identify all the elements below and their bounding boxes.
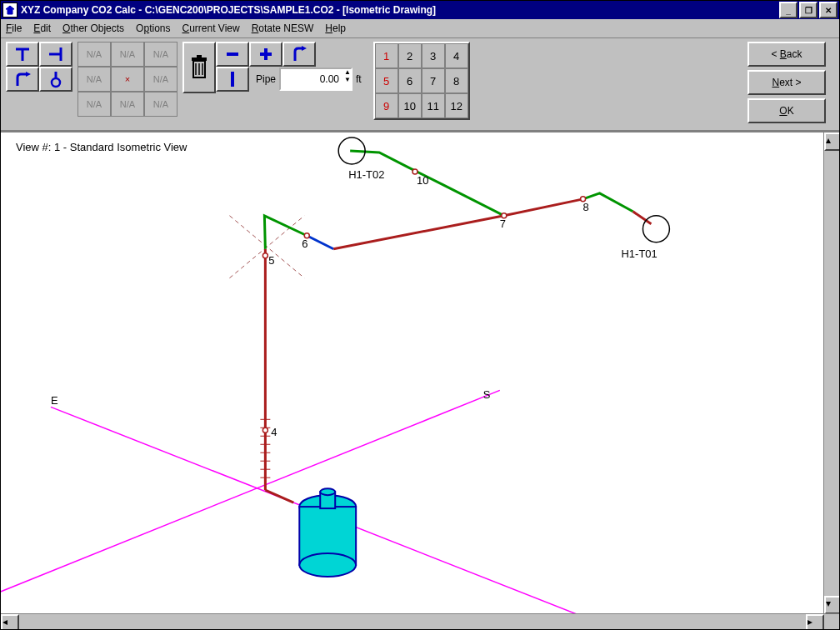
bend-button[interactable] bbox=[282, 42, 316, 67]
view-4[interactable]: 4 bbox=[445, 43, 468, 68]
app-icon bbox=[2, 2, 18, 18]
add-segment-button[interactable] bbox=[249, 42, 282, 67]
na-center-cell: × bbox=[111, 67, 144, 92]
fitting-buttons bbox=[6, 42, 72, 92]
scroll-up-button[interactable]: ▴ bbox=[824, 132, 839, 151]
view-1[interactable]: 1 bbox=[375, 43, 398, 68]
na-cell: N/A bbox=[144, 42, 178, 67]
node-10-label: 10 bbox=[417, 174, 428, 187]
na-cell: N/A bbox=[78, 67, 111, 92]
node-7-label: 7 bbox=[500, 218, 506, 230]
menu-help[interactable]: Help bbox=[325, 22, 346, 34]
vertical-scrollbar[interactable]: ▴ ▾ bbox=[823, 132, 839, 614]
scroll-left-button[interactable]: ◂ bbox=[1, 614, 19, 629]
view-5[interactable]: 5 bbox=[375, 68, 398, 93]
horizontal-scrollbar[interactable]: ◂ ▸ bbox=[1, 613, 839, 629]
node-button[interactable] bbox=[39, 67, 72, 92]
tee-left-button[interactable] bbox=[39, 42, 72, 67]
view-3[interactable]: 3 bbox=[422, 43, 445, 68]
svg-rect-5 bbox=[197, 55, 202, 58]
bend-icon bbox=[289, 44, 309, 64]
tank-icon bbox=[299, 488, 356, 577]
view-2[interactable]: 2 bbox=[398, 43, 422, 68]
pipe-unit: ft bbox=[356, 73, 362, 85]
svg-point-32 bbox=[299, 553, 356, 577]
edit-buttons: Pipe ▲▼ ft bbox=[182, 42, 365, 93]
svg-rect-6 bbox=[227, 52, 238, 56]
na-grid: N/A N/A N/A N/A × N/A N/A N/A N/A bbox=[78, 42, 178, 117]
node-6-label: 6 bbox=[302, 238, 308, 250]
close-button[interactable]: ✕ bbox=[819, 2, 838, 18]
axis-s-label: S bbox=[483, 388, 491, 401]
menu-current-view[interactable]: Current View bbox=[182, 22, 240, 34]
svg-point-24 bbox=[262, 428, 268, 432]
node-4-label: 4 bbox=[271, 426, 277, 438]
pipe-network bbox=[260, 151, 651, 502]
view-10[interactable]: 10 bbox=[398, 93, 422, 118]
pipe-icon bbox=[222, 69, 242, 89]
maximize-button[interactable]: ❐ bbox=[799, 2, 818, 18]
view-6[interactable]: 6 bbox=[398, 68, 422, 93]
toolbar: N/A N/A N/A N/A × N/A N/A N/A N/A bbox=[1, 38, 839, 132]
menu-edit[interactable]: Edit bbox=[33, 22, 51, 34]
svg-rect-4 bbox=[192, 58, 207, 61]
pipe-label: Pipe bbox=[256, 73, 276, 85]
nav-buttons: < Back Next > OK bbox=[748, 42, 826, 127]
svg-marker-0 bbox=[6, 6, 14, 14]
node-8-label: 8 bbox=[583, 201, 589, 213]
minimize-button[interactable]: _ bbox=[779, 2, 798, 18]
scroll-right-button[interactable]: ▸ bbox=[806, 614, 824, 629]
terminal-t01 bbox=[642, 216, 669, 242]
drawing-area[interactable]: View #: 1 - Standard Isometric View E S bbox=[1, 132, 839, 629]
view-8[interactable]: 8 bbox=[445, 68, 468, 93]
menu-file[interactable]: File bbox=[6, 22, 22, 34]
t01-label: H1-T01 bbox=[622, 248, 658, 260]
elbow-button[interactable] bbox=[6, 67, 39, 92]
tee-down-button[interactable] bbox=[6, 42, 39, 67]
svg-point-2 bbox=[52, 78, 60, 87]
ok-button[interactable]: OK bbox=[748, 98, 826, 123]
svg-marker-9 bbox=[302, 46, 307, 51]
menu-rotate[interactable]: Rotate NESW bbox=[252, 22, 314, 34]
elbow-icon bbox=[12, 69, 32, 89]
scroll-down-button[interactable]: ▾ bbox=[824, 596, 839, 614]
trash-icon bbox=[189, 52, 209, 82]
view-9[interactable]: 9 bbox=[375, 93, 398, 118]
svg-line-11 bbox=[1, 390, 500, 598]
tee-down-icon bbox=[12, 44, 32, 64]
na-cell: N/A bbox=[144, 67, 178, 92]
plus-icon bbox=[256, 44, 276, 64]
tee-left-icon bbox=[46, 44, 66, 64]
view-number-grid: 1 2 3 4 5 6 7 8 9 10 11 12 bbox=[373, 42, 470, 120]
menu-options[interactable]: Options bbox=[136, 22, 170, 34]
svg-point-25 bbox=[262, 253, 268, 258]
delete-button[interactable] bbox=[182, 42, 216, 93]
isometric-drawing: E S bbox=[1, 132, 839, 615]
minus-icon bbox=[222, 44, 242, 64]
menu-other[interactable]: Other Objects bbox=[62, 22, 124, 34]
node-5-label: 5 bbox=[268, 254, 274, 267]
window-title: XYZ Company CO2 Calc - C:\GENC200\PROJEC… bbox=[21, 4, 778, 16]
back-button[interactable]: < Back bbox=[748, 42, 826, 67]
pipe-tool-button[interactable] bbox=[216, 67, 249, 92]
na-cell: N/A bbox=[111, 92, 144, 117]
view-11[interactable]: 11 bbox=[422, 93, 445, 118]
pipe-length-input[interactable] bbox=[279, 68, 352, 91]
menubar: File Edit Other Objects Options Current … bbox=[1, 19, 839, 38]
svg-rect-8 bbox=[260, 52, 272, 56]
svg-marker-1 bbox=[26, 72, 31, 77]
node-icon bbox=[46, 69, 66, 89]
pipe-spinner[interactable]: ▲▼ bbox=[344, 68, 351, 83]
remove-segment-button[interactable] bbox=[216, 42, 249, 67]
titlebar: XYZ Company CO2 Calc - C:\GENC200\PROJEC… bbox=[1, 1, 839, 19]
t02-label: H1-T02 bbox=[348, 168, 384, 181]
cursor-cross bbox=[229, 216, 304, 278]
svg-rect-10 bbox=[231, 72, 234, 87]
view-12[interactable]: 12 bbox=[445, 93, 468, 118]
na-cell: N/A bbox=[78, 92, 111, 117]
axis-e-label: E bbox=[51, 394, 58, 407]
na-cell: N/A bbox=[144, 92, 178, 117]
next-button[interactable]: Next > bbox=[748, 70, 826, 95]
na-cell: N/A bbox=[111, 42, 144, 67]
view-7[interactable]: 7 bbox=[422, 68, 445, 93]
